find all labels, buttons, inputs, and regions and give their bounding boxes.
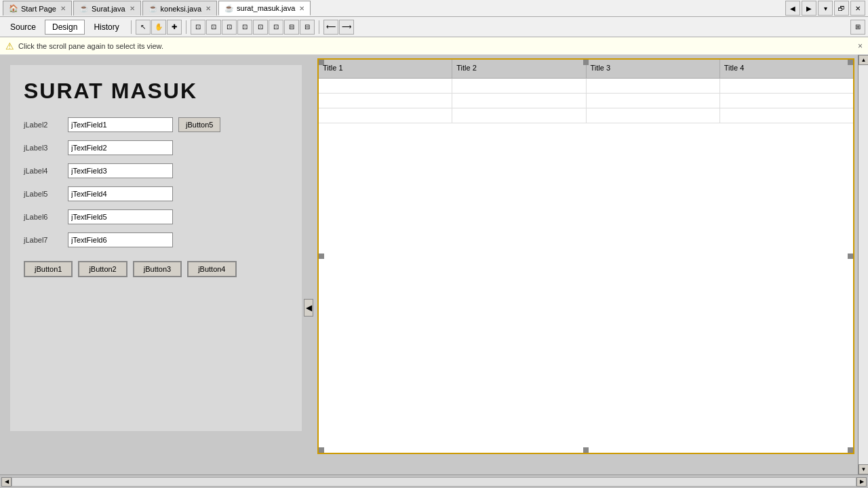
table-empty-area: [319, 123, 853, 361]
resize-handle-bl[interactable]: [319, 447, 324, 453]
tab-surat-java[interactable]: ☕ Surat.java ✕: [73, 1, 141, 16]
button-jbutton1[interactable]: jButton1: [24, 261, 73, 277]
align-top-btn[interactable]: ⊡: [237, 20, 252, 35]
input-jtextfield4[interactable]: [68, 186, 173, 201]
tab-start-page[interactable]: 🏠 Start Page ✕: [3, 1, 72, 16]
table-row: [319, 108, 853, 123]
table-cell: [720, 108, 853, 123]
move-tool-btn[interactable]: ✋: [151, 20, 166, 35]
align-center-btn[interactable]: ⊡: [206, 20, 221, 35]
design-tab[interactable]: Design: [45, 20, 85, 35]
sep2: [186, 20, 186, 34]
tab-koneksi-java[interactable]: ☕ koneksi.java ✕: [142, 1, 218, 16]
scroll-right-h-btn[interactable]: ▶: [856, 477, 867, 487]
table-cell: [319, 108, 452, 123]
form-row-5: jLabel6: [24, 209, 288, 224]
canvas-area[interactable]: SURAT MASUK jLabel2 jButton5 jLabel3 jLa…: [0, 55, 868, 474]
align-right-btn[interactable]: ⊡: [222, 20, 237, 35]
info-close-btn[interactable]: ×: [858, 41, 863, 51]
crosshair-tool-btn[interactable]: ✚: [167, 20, 182, 35]
form-title: SURAT MASUK: [24, 79, 288, 104]
tab-icon-koneksi: ☕: [149, 4, 158, 13]
main-content: SURAT MASUK jLabel2 jButton5 jLabel3 jLa…: [0, 55, 868, 474]
form-row-6: jLabel7: [24, 232, 288, 247]
table-row: [319, 94, 853, 108]
form-row-4: jLabel5: [24, 186, 288, 201]
history-tab[interactable]: History: [86, 20, 126, 35]
resize-handle-tl[interactable]: [319, 60, 324, 65]
label-jlabel2: jLabel2: [24, 121, 68, 129]
bottom-scrollbar: ◀ ▶: [0, 474, 868, 488]
input-jtextfield6[interactable]: [68, 232, 173, 247]
prev-btn[interactable]: ⟵: [323, 20, 338, 35]
col-header-4: Title 4: [720, 60, 853, 78]
tab-close-masuk[interactable]: ✕: [299, 5, 304, 12]
input-jtextfield3[interactable]: [68, 163, 173, 178]
close-window-btn[interactable]: ✕: [850, 1, 865, 16]
tab-close-start[interactable]: ✕: [60, 5, 66, 12]
scroll-right-btn[interactable]: ▶: [802, 1, 816, 16]
label-jlabel5: jLabel5: [24, 190, 68, 198]
col-header-2: Title 2: [452, 60, 586, 78]
align-bottom-btn[interactable]: ⊡: [269, 20, 283, 35]
table-cell: [452, 79, 586, 93]
scroll-up-btn[interactable]: ▲: [859, 55, 868, 65]
scroll-down-btn[interactable]: ▼: [859, 464, 868, 474]
align-v-btn[interactable]: ⊟: [300, 20, 315, 35]
table-body: [319, 79, 853, 123]
button-jbutton3[interactable]: jButton3: [133, 261, 182, 277]
info-icon: ⚠: [5, 41, 14, 52]
table-cell: [720, 79, 853, 93]
tab-icon-start: 🏠: [9, 4, 18, 13]
align-left-btn[interactable]: ⊡: [191, 20, 205, 35]
input-jtextfield1[interactable]: [68, 117, 173, 132]
button-jbutton2[interactable]: jButton2: [78, 261, 127, 277]
table-cell: [587, 79, 720, 93]
tab-surat-masuk[interactable]: ☕ surat_masuk.java ✕: [218, 1, 311, 16]
buttons-row: jButton1 jButton2 jButton3 jButton4: [24, 261, 288, 277]
restore-btn[interactable]: 🗗: [834, 1, 849, 16]
source-tab[interactable]: Source: [3, 20, 43, 35]
table-cell: [319, 79, 452, 93]
toolbar-group-1: ↖ ✋ ✚: [136, 20, 182, 35]
input-jtextfield5[interactable]: [68, 209, 173, 224]
resize-handle-ml[interactable]: [319, 253, 324, 259]
table-cell: [452, 108, 586, 123]
next-btn[interactable]: ⟶: [339, 20, 354, 35]
align-h-btn[interactable]: ⊟: [284, 20, 299, 35]
resize-handle-mr[interactable]: [848, 253, 853, 259]
sep3: [319, 20, 319, 34]
button-jbutton5[interactable]: jButton5: [178, 117, 220, 132]
scroll-left-btn[interactable]: ◀: [785, 1, 800, 16]
table-cell: [587, 94, 720, 108]
col-header-3: Title 3: [587, 60, 720, 78]
form-row-1: jLabel2 jButton5: [24, 117, 288, 132]
table-cell: [720, 94, 853, 108]
table-row: [319, 79, 853, 94]
label-jlabel3: jLabel3: [24, 144, 68, 152]
scroll-left-h-btn[interactable]: ◀: [1, 477, 12, 487]
select-tool-btn[interactable]: ↖: [136, 20, 151, 35]
table-panel: Title 1 Title 2 Title 3 Title 4: [317, 58, 854, 454]
button-jbutton4[interactable]: jButton4: [187, 261, 236, 277]
align-middle-btn[interactable]: ⊡: [253, 20, 268, 35]
grid-btn[interactable]: ⊞: [850, 20, 865, 35]
resize-handle-br[interactable]: [848, 447, 853, 453]
scroll-track-h[interactable]: [12, 477, 856, 487]
tab-close-surat[interactable]: ✕: [130, 5, 135, 12]
resize-handle-tm[interactable]: [583, 60, 589, 65]
table-cell: [452, 94, 586, 108]
tab-close-koneksi[interactable]: ✕: [205, 5, 211, 12]
resize-handle-tr[interactable]: [848, 60, 853, 65]
collapse-handle[interactable]: ◀: [304, 299, 313, 317]
resize-handle-bm[interactable]: [583, 447, 589, 453]
table-cell: [587, 108, 720, 123]
form-row-2: jLabel3: [24, 140, 288, 155]
input-jtextfield2[interactable]: [68, 140, 173, 155]
tab-label-surat: Surat.java: [92, 5, 125, 13]
tab-icon-masuk: ☕: [224, 4, 234, 13]
scroll-track-v[interactable]: [859, 65, 868, 464]
dropdown-tabs-btn[interactable]: ▾: [818, 1, 833, 16]
form-row-3: jLabel4: [24, 163, 288, 178]
vertical-scrollbar: ▲ ▼: [858, 55, 868, 474]
